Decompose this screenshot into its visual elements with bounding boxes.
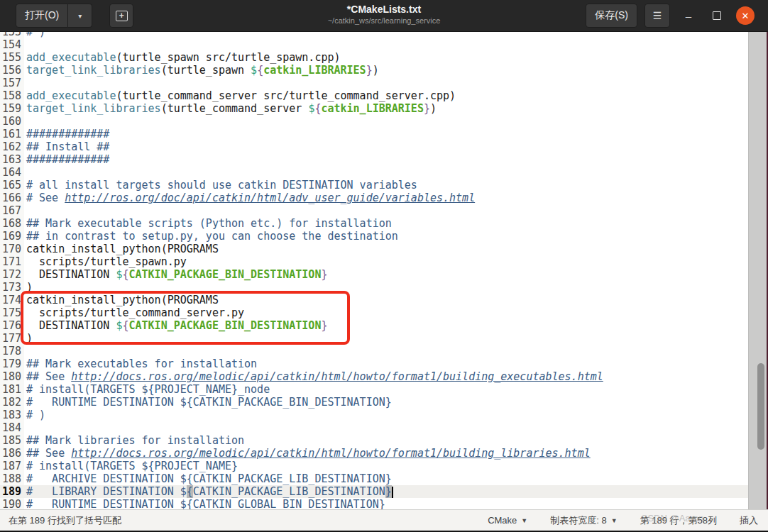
code-line[interactable]: 190# RUNTIME DESTINATION ${CATKIN_GLOBAL… [0, 498, 768, 509]
close-button[interactable]: ✕ [731, 4, 759, 28]
chevron-down-icon: ▼ [611, 517, 618, 524]
code-line[interactable]: 181# install(TARGETS ${PROJECT_NAME}_nod… [0, 383, 768, 396]
code-line[interactable]: 164 [0, 166, 768, 179]
code-line[interactable]: 159target_link_libraries(turtle_command_… [0, 102, 768, 115]
line-number: 162 [0, 140, 21, 153]
tab-width-selector[interactable]: 制表符宽度: 8 ▼ [550, 514, 617, 527]
code-line[interactable]: 153# ) [0, 32, 768, 38]
line-number: 187 [0, 460, 21, 472]
line-number: 183 [0, 409, 21, 421]
code-text: catkin_install_python(PROGRAMS [26, 243, 219, 255]
new-document-button[interactable] [109, 4, 133, 28]
code-line[interactable]: 182# RUNTIME DESTINATION ${CATKIN_PACKAG… [0, 396, 768, 409]
line-number: 186 [0, 447, 21, 460]
hamburger-icon: ☰ [653, 10, 662, 21]
code-text: add_executable(turtle_command_server src… [26, 89, 456, 102]
code-line[interactable]: 184 [0, 421, 768, 434]
code-text: DESTINATION ${CATKIN_PACKAGE_BIN_DESTINA… [26, 268, 327, 281]
code-text: # See http://ros.org/doc/api/catkin/html… [26, 192, 475, 204]
code-line[interactable]: 175 scripts/turtle_command_server.py [0, 306, 768, 319]
code-line[interactable]: 185## Mark libraries for installation [0, 434, 768, 447]
code-text: add_executable(turtle_spawn src/turtle_s… [26, 51, 341, 64]
code-line[interactable]: 177) [0, 332, 768, 345]
code-line[interactable]: 162## Install ## [0, 140, 768, 153]
close-icon: ✕ [736, 6, 755, 25]
line-number: 185 [0, 434, 21, 447]
code-line[interactable]: 170catkin_install_python(PROGRAMS [0, 243, 768, 255]
line-number: 189 [0, 485, 21, 498]
code-line[interactable]: 155add_executable(turtle_spawn src/turtl… [0, 51, 768, 64]
code-text: ## Mark libraries for installation [26, 434, 244, 447]
line-number: 190 [0, 498, 21, 509]
code-line[interactable]: 183# ) [0, 409, 768, 421]
code-text: # LIBRARY DESTINATION ${CATKIN_PACKAGE_L… [26, 485, 393, 498]
maximize-icon [713, 11, 721, 20]
code-line[interactable]: 165# all install targets should use catk… [0, 179, 768, 192]
editor[interactable]: 153# )154155add_executable(turtle_spawn … [0, 32, 768, 509]
chevron-down-icon: ▼ [521, 517, 527, 524]
code-line[interactable]: 168## Mark executable scripts (Python et… [0, 217, 768, 230]
save-button[interactable]: 保存(S) [586, 4, 637, 28]
code-line[interactable]: 180## See http://docs.ros.org/melodic/ap… [0, 370, 768, 383]
code-text: # ) [26, 32, 45, 38]
line-number: 167 [0, 204, 21, 217]
line-number: 176 [0, 319, 21, 332]
minimize-button[interactable]: – [674, 4, 703, 28]
scrollbar-thumb[interactable] [757, 363, 764, 450]
code-line[interactable]: 160 [0, 115, 768, 128]
code-line[interactable]: 174catkin_install_python(PROGRAMS [0, 294, 768, 306]
code-text: ## Mark executables for installation [26, 358, 257, 370]
maximize-button[interactable] [703, 4, 731, 28]
line-number: 171 [0, 255, 21, 268]
line-number: 181 [0, 383, 21, 396]
code-line[interactable]: 173) [0, 281, 768, 294]
open-dropdown-button[interactable]: ▾ [68, 4, 92, 28]
code-line[interactable]: 156target_link_libraries(turtle_spawn ${… [0, 64, 768, 77]
text-cursor [392, 487, 393, 498]
code-text: target_link_libraries(turtle_command_ser… [26, 102, 437, 115]
line-number: 175 [0, 306, 21, 319]
line-number: 170 [0, 243, 21, 255]
scrollbar-track[interactable] [748, 32, 767, 509]
code-line[interactable]: 189# LIBRARY DESTINATION ${CATKIN_PACKAG… [0, 485, 768, 498]
code-line[interactable]: 163############# [0, 153, 768, 166]
line-number: 154 [0, 38, 21, 51]
cursor-position[interactable]: 第 189 行，第58列 [640, 514, 717, 527]
code-text: target_link_libraries(turtle_spawn ${cat… [26, 64, 379, 77]
code-line[interactable]: 188# ARCHIVE DESTINATION ${CATKIN_PACKAG… [0, 472, 768, 485]
code-line[interactable]: 172 DESTINATION ${CATKIN_PACKAGE_BIN_DES… [0, 268, 768, 281]
code-line[interactable]: 178 [0, 345, 768, 358]
code-line[interactable]: 161############# [0, 128, 768, 140]
editor-lines: 153# )154155add_executable(turtle_spawn … [0, 32, 768, 509]
code-line[interactable]: 187# install(TARGETS ${PROJECT_NAME} [0, 460, 768, 472]
code-line[interactable]: 157 [0, 77, 768, 89]
code-line[interactable]: 158add_executable(turtle_command_server … [0, 89, 768, 102]
code-line[interactable]: 171 scripts/turtle_spawn.py [0, 255, 768, 268]
open-button[interactable]: 打开(O) [16, 4, 68, 28]
line-number: 165 [0, 179, 21, 192]
code-line[interactable]: 169## in contrast to setup.py, you can c… [0, 230, 768, 243]
line-number: 173 [0, 281, 21, 294]
code-line[interactable]: 186## See http://docs.ros.org/melodic/ap… [0, 447, 768, 460]
line-number: 179 [0, 358, 21, 370]
code-text: DESTINATION ${CATKIN_PACKAGE_BIN_DESTINA… [26, 319, 327, 332]
menu-button[interactable]: ☰ [644, 4, 670, 28]
code-text: # install(TARGETS ${PROJECT_NAME} [26, 460, 238, 472]
code-text: ############# [26, 153, 109, 166]
code-text: scripts/turtle_command_server.py [26, 306, 244, 319]
code-text: # ) [26, 409, 45, 421]
line-number: 158 [0, 89, 21, 102]
bracket-match-message: 在第 189 行找到了括号匹配 [9, 514, 488, 527]
code-line[interactable]: 167 [0, 204, 768, 217]
code-text: ############# [26, 128, 109, 140]
code-line[interactable]: 179## Mark executables for installation [0, 358, 768, 370]
status-bar: 在第 189 行找到了括号匹配 CMake ▼ 制表符宽度: 8 ▼ 第 189… [0, 509, 768, 531]
header-right-group: 保存(S) ☰ – ✕ [586, 4, 759, 28]
code-line[interactable]: 176 DESTINATION ${CATKIN_PACKAGE_BIN_DES… [0, 319, 768, 332]
code-line[interactable]: 166# See http://ros.org/doc/api/catkin/h… [0, 192, 768, 204]
language-selector[interactable]: CMake ▼ [488, 515, 527, 526]
line-number: 174 [0, 294, 21, 306]
code-line[interactable]: 154 [0, 38, 768, 51]
line-number: 188 [0, 472, 21, 485]
line-number: 172 [0, 268, 21, 281]
